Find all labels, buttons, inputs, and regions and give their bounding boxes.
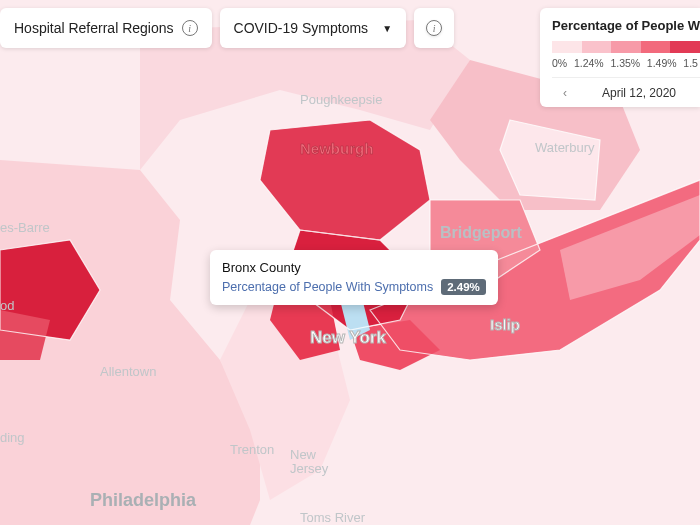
tooltip-metric-label: Percentage of People With Symptoms (222, 280, 433, 294)
current-date: April 12, 2020 (578, 86, 700, 100)
legend-title: Percentage of People With S (552, 18, 700, 33)
region-filter-label: Hospital Referral Regions (14, 20, 174, 36)
legend-swatch (582, 41, 612, 53)
legend-tick: 0% (552, 57, 567, 69)
region-filter[interactable]: Hospital Referral Regions i (0, 8, 212, 48)
legend-swatch (552, 41, 582, 53)
legend-tick: 1.24% (574, 57, 604, 69)
legend-tick: 1.35% (610, 57, 640, 69)
info-icon[interactable]: i (182, 20, 198, 36)
date-navigator: ‹ April 12, 2020 (552, 77, 700, 107)
metric-info-button[interactable]: i (414, 8, 454, 48)
legend-panel: Percentage of People With S 0% 1.24% 1.3… (540, 8, 700, 107)
chevron-down-icon: ▼ (382, 23, 392, 34)
legend-swatch (611, 41, 641, 53)
tooltip-region-name: Bronx County (222, 260, 486, 275)
metric-filter[interactable]: COVID-19 Symptoms ▼ (220, 8, 407, 48)
legend-swatches (552, 41, 700, 53)
legend-ticks: 0% 1.24% 1.35% 1.49% 1.5 (552, 57, 700, 69)
info-icon: i (426, 20, 442, 36)
legend-tick: 1.49% (647, 57, 677, 69)
tooltip-value: 2.49% (441, 279, 486, 295)
prev-date-button[interactable]: ‹ (552, 86, 578, 100)
legend-tick: 1.5 (683, 57, 698, 69)
map-viewport[interactable]: Poughkeepsie Newburgh Waterbury Bridgepo… (0, 0, 700, 525)
filter-bar: Hospital Referral Regions i COVID-19 Sym… (0, 8, 454, 48)
metric-filter-label: COVID-19 Symptoms (234, 20, 369, 36)
legend-swatch (641, 41, 671, 53)
region-tooltip: Bronx County Percentage of People With S… (210, 250, 498, 305)
legend-swatch (670, 41, 700, 53)
